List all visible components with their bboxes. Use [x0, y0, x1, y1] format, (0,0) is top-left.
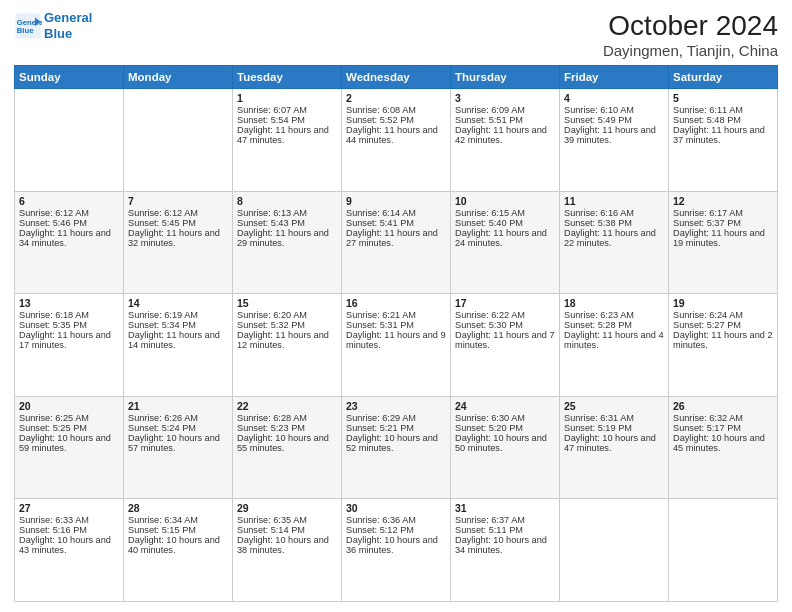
calendar-cell: 14Sunrise: 6:19 AMSunset: 5:34 PMDayligh… [124, 294, 233, 397]
calendar-cell: 26Sunrise: 6:32 AMSunset: 5:17 PMDayligh… [669, 396, 778, 499]
calendar-cell: 2Sunrise: 6:08 AMSunset: 5:52 PMDaylight… [342, 89, 451, 192]
calendar-cell: 24Sunrise: 6:30 AMSunset: 5:20 PMDayligh… [451, 396, 560, 499]
sunrise-text: Sunrise: 6:28 AM [237, 413, 337, 423]
daylight-text: Daylight: 10 hours and 34 minutes. [455, 535, 555, 555]
day-number: 30 [346, 502, 446, 514]
day-header-tuesday: Tuesday [233, 66, 342, 89]
sunset-text: Sunset: 5:25 PM [19, 423, 119, 433]
sunset-text: Sunset: 5:23 PM [237, 423, 337, 433]
sunrise-text: Sunrise: 6:23 AM [564, 310, 664, 320]
sunset-text: Sunset: 5:19 PM [564, 423, 664, 433]
calendar-week-row: 1Sunrise: 6:07 AMSunset: 5:54 PMDaylight… [15, 89, 778, 192]
calendar-week-row: 20Sunrise: 6:25 AMSunset: 5:25 PMDayligh… [15, 396, 778, 499]
sunrise-text: Sunrise: 6:29 AM [346, 413, 446, 423]
day-number: 11 [564, 195, 664, 207]
sunrise-text: Sunrise: 6:31 AM [564, 413, 664, 423]
daylight-text: Daylight: 10 hours and 59 minutes. [19, 433, 119, 453]
daylight-text: Daylight: 10 hours and 40 minutes. [128, 535, 228, 555]
calendar-cell: 11Sunrise: 6:16 AMSunset: 5:38 PMDayligh… [560, 191, 669, 294]
sunset-text: Sunset: 5:28 PM [564, 320, 664, 330]
sunset-text: Sunset: 5:46 PM [19, 218, 119, 228]
calendar-table: SundayMondayTuesdayWednesdayThursdayFrid… [14, 65, 778, 602]
sunrise-text: Sunrise: 6:15 AM [455, 208, 555, 218]
daylight-text: Daylight: 10 hours and 52 minutes. [346, 433, 446, 453]
daylight-text: Daylight: 11 hours and 12 minutes. [237, 330, 337, 350]
calendar-cell [669, 499, 778, 602]
calendar-subtitle: Dayingmen, Tianjin, China [603, 42, 778, 59]
sunset-text: Sunset: 5:54 PM [237, 115, 337, 125]
sunset-text: Sunset: 5:52 PM [346, 115, 446, 125]
sunrise-text: Sunrise: 6:21 AM [346, 310, 446, 320]
sunset-text: Sunset: 5:49 PM [564, 115, 664, 125]
sunset-text: Sunset: 5:45 PM [128, 218, 228, 228]
sunrise-text: Sunrise: 6:19 AM [128, 310, 228, 320]
day-number: 10 [455, 195, 555, 207]
daylight-text: Daylight: 11 hours and 47 minutes. [237, 125, 337, 145]
calendar-cell: 30Sunrise: 6:36 AMSunset: 5:12 PMDayligh… [342, 499, 451, 602]
daylight-text: Daylight: 11 hours and 14 minutes. [128, 330, 228, 350]
day-header-saturday: Saturday [669, 66, 778, 89]
calendar-cell: 20Sunrise: 6:25 AMSunset: 5:25 PMDayligh… [15, 396, 124, 499]
sunset-text: Sunset: 5:51 PM [455, 115, 555, 125]
day-header-monday: Monday [124, 66, 233, 89]
sunrise-text: Sunrise: 6:17 AM [673, 208, 773, 218]
calendar-cell: 9Sunrise: 6:14 AMSunset: 5:41 PMDaylight… [342, 191, 451, 294]
daylight-text: Daylight: 10 hours and 47 minutes. [564, 433, 664, 453]
sunrise-text: Sunrise: 6:35 AM [237, 515, 337, 525]
daylight-text: Daylight: 11 hours and 27 minutes. [346, 228, 446, 248]
daylight-text: Daylight: 11 hours and 34 minutes. [19, 228, 119, 248]
day-number: 23 [346, 400, 446, 412]
day-number: 8 [237, 195, 337, 207]
daylight-text: Daylight: 11 hours and 9 minutes. [346, 330, 446, 350]
daylight-text: Daylight: 10 hours and 36 minutes. [346, 535, 446, 555]
day-header-friday: Friday [560, 66, 669, 89]
calendar-cell: 16Sunrise: 6:21 AMSunset: 5:31 PMDayligh… [342, 294, 451, 397]
sunrise-text: Sunrise: 6:18 AM [19, 310, 119, 320]
day-number: 27 [19, 502, 119, 514]
day-number: 3 [455, 92, 555, 104]
day-number: 20 [19, 400, 119, 412]
sunrise-text: Sunrise: 6:37 AM [455, 515, 555, 525]
daylight-text: Daylight: 11 hours and 44 minutes. [346, 125, 446, 145]
day-header-thursday: Thursday [451, 66, 560, 89]
sunset-text: Sunset: 5:40 PM [455, 218, 555, 228]
calendar-cell: 8Sunrise: 6:13 AMSunset: 5:43 PMDaylight… [233, 191, 342, 294]
day-number: 13 [19, 297, 119, 309]
daylight-text: Daylight: 11 hours and 7 minutes. [455, 330, 555, 350]
svg-text:Blue: Blue [17, 26, 34, 35]
calendar-cell: 10Sunrise: 6:15 AMSunset: 5:40 PMDayligh… [451, 191, 560, 294]
calendar-week-row: 13Sunrise: 6:18 AMSunset: 5:35 PMDayligh… [15, 294, 778, 397]
sunset-text: Sunset: 5:38 PM [564, 218, 664, 228]
daylight-text: Daylight: 11 hours and 22 minutes. [564, 228, 664, 248]
sunset-text: Sunset: 5:48 PM [673, 115, 773, 125]
sunrise-text: Sunrise: 6:26 AM [128, 413, 228, 423]
sunset-text: Sunset: 5:24 PM [128, 423, 228, 433]
sunset-text: Sunset: 5:35 PM [19, 320, 119, 330]
calendar-cell: 15Sunrise: 6:20 AMSunset: 5:32 PMDayligh… [233, 294, 342, 397]
sunrise-text: Sunrise: 6:13 AM [237, 208, 337, 218]
calendar-week-row: 27Sunrise: 6:33 AMSunset: 5:16 PMDayligh… [15, 499, 778, 602]
calendar-cell: 18Sunrise: 6:23 AMSunset: 5:28 PMDayligh… [560, 294, 669, 397]
calendar-cell [124, 89, 233, 192]
sunset-text: Sunset: 5:34 PM [128, 320, 228, 330]
day-number: 4 [564, 92, 664, 104]
sunrise-text: Sunrise: 6:33 AM [19, 515, 119, 525]
sunset-text: Sunset: 5:27 PM [673, 320, 773, 330]
day-number: 22 [237, 400, 337, 412]
calendar-cell: 13Sunrise: 6:18 AMSunset: 5:35 PMDayligh… [15, 294, 124, 397]
daylight-text: Daylight: 11 hours and 37 minutes. [673, 125, 773, 145]
sunrise-text: Sunrise: 6:36 AM [346, 515, 446, 525]
calendar-cell: 17Sunrise: 6:22 AMSunset: 5:30 PMDayligh… [451, 294, 560, 397]
calendar-cell [560, 499, 669, 602]
sunrise-text: Sunrise: 6:08 AM [346, 105, 446, 115]
day-number: 2 [346, 92, 446, 104]
sunset-text: Sunset: 5:11 PM [455, 525, 555, 535]
day-header-sunday: Sunday [15, 66, 124, 89]
daylight-text: Daylight: 10 hours and 55 minutes. [237, 433, 337, 453]
daylight-text: Daylight: 11 hours and 24 minutes. [455, 228, 555, 248]
day-number: 6 [19, 195, 119, 207]
sunrise-text: Sunrise: 6:12 AM [19, 208, 119, 218]
sunset-text: Sunset: 5:14 PM [237, 525, 337, 535]
calendar-cell: 4Sunrise: 6:10 AMSunset: 5:49 PMDaylight… [560, 89, 669, 192]
calendar-cell: 5Sunrise: 6:11 AMSunset: 5:48 PMDaylight… [669, 89, 778, 192]
